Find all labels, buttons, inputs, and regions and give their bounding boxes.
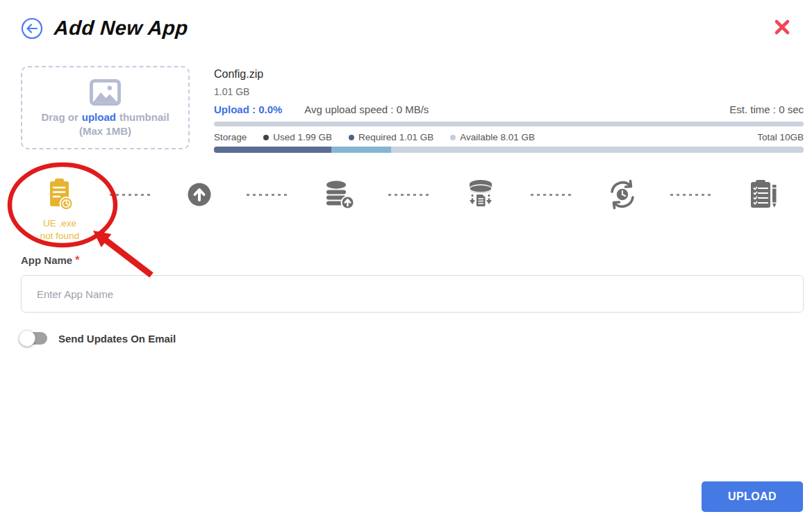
upload-progress-bar: [214, 122, 804, 126]
thumbnail-dropzone[interactable]: Drag or upload thumbnail (Max 1MB): [21, 66, 190, 149]
stepper-connector: [638, 194, 747, 196]
step-status-caption: UE .exe not found: [15, 217, 105, 242]
upload-circle-icon: [185, 181, 213, 208]
storage-legend: Storage Used 1.99 GB Required 1.01 GB Av…: [214, 132, 804, 142]
file-info: Config.zip 1.01 GB Upload : 0.0% Avg upl…: [214, 66, 804, 153]
add-new-app-dialog: Add New App Drag or upload thumbnail (Ma…: [0, 0, 812, 521]
app-name-label-row: App Name*: [21, 254, 804, 267]
used-label: Used 1.99 GB: [273, 132, 332, 142]
required-bullet-icon: [349, 135, 354, 140]
legend-item-used: Used 1.99 GB: [263, 132, 332, 142]
checklist-pencil-icon: [747, 179, 779, 210]
dropzone-text-suffix: thumbnail: [119, 111, 169, 123]
step-extract-files: [464, 179, 497, 210]
toggle-knob: [19, 330, 35, 347]
dropzone-text: Drag or upload thumbnail: [41, 111, 169, 123]
image-placeholder-icon: [89, 78, 122, 106]
extract-files-icon: [464, 179, 497, 210]
upload-pipeline-stepper: UE .exe not found: [43, 178, 779, 211]
file-name: Config.zip: [214, 67, 804, 81]
file-size: 1.01 GB: [214, 86, 804, 97]
email-updates-label: Send Updates On Email: [58, 333, 176, 345]
storage-total-label: Total 10GB: [757, 132, 804, 142]
upload-section: Drag or upload thumbnail (Max 1MB) Confi…: [21, 66, 804, 153]
required-asterisk: *: [75, 254, 79, 266]
available-bullet-icon: [450, 135, 456, 140]
step-checklist: [747, 179, 779, 210]
step-exe-check: UE .exe not found: [43, 177, 76, 212]
legend-item-available: Available 8.01 GB: [450, 132, 535, 142]
step-status-line1: UE .exe: [15, 217, 105, 230]
app-name-label: App Name: [21, 254, 72, 266]
required-label: Required 1.01 GB: [358, 132, 433, 142]
storage-required-segment: [331, 147, 391, 153]
avg-speed-label: Avg upload speed : 0 MB/s: [304, 104, 429, 115]
upload-button[interactable]: UPLOAD: [702, 481, 803, 512]
close-icon: [773, 18, 791, 36]
storage-bar: [214, 147, 804, 153]
legend-item-required: Required 1.01 GB: [349, 132, 433, 142]
upload-progress-label: Upload : 0.0%: [214, 104, 282, 115]
sync-clock-icon: [607, 179, 638, 210]
stepper-connector: [497, 194, 606, 196]
step-database-upload: [323, 179, 355, 210]
upload-stats-row: Upload : 0.0% Avg upload speed : 0 MB/s …: [214, 104, 804, 115]
dropzone-text-prefix: Drag or: [41, 111, 78, 123]
dropzone-max-size: (Max 1MB): [79, 125, 131, 137]
header: Add New App: [0, 0, 812, 40]
close-button[interactable]: [773, 18, 791, 38]
app-name-input[interactable]: [21, 275, 804, 313]
used-bullet-icon: [263, 135, 269, 140]
stepper-connector: [76, 194, 185, 196]
step-upload: [185, 181, 213, 208]
storage-used-segment: [214, 147, 331, 153]
back-button[interactable]: [21, 17, 43, 40]
storage-label: Storage: [214, 132, 247, 142]
upload-thumbnail-link[interactable]: upload: [82, 111, 116, 123]
exe-check-icon: [43, 177, 76, 212]
app-name-form: App Name*: [21, 254, 804, 313]
page-title: Add New App: [53, 17, 189, 40]
available-label: Available 8.01 GB: [460, 132, 535, 142]
step-sync: [607, 179, 638, 210]
database-upload-icon: [323, 179, 355, 210]
stepper-connector: [355, 194, 464, 196]
back-arrow-icon: [21, 17, 43, 40]
email-updates-row: Send Updates On Email: [21, 332, 812, 345]
email-updates-toggle[interactable]: [21, 332, 47, 345]
stepper-connector: [213, 194, 322, 196]
est-time-label: Est. time : 0 sec: [729, 104, 804, 115]
step-status-line2: not found: [15, 230, 105, 242]
